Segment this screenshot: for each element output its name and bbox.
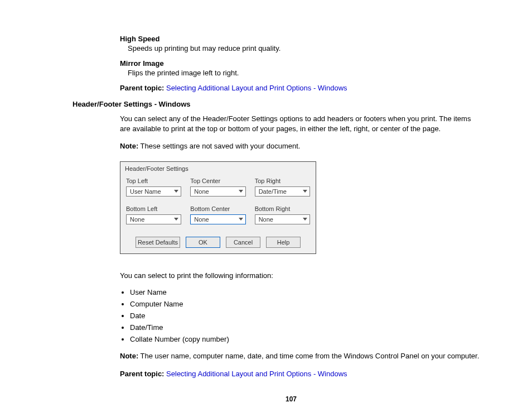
list-item: Collate Number (copy number) — [130, 335, 510, 343]
parent-topic-link-1[interactable]: Selecting Additional Layout and Print Op… — [166, 84, 347, 92]
section-intro-para: You can select any of the Header/Footer … — [120, 114, 482, 133]
select-bottom-right[interactable]: None — [255, 214, 310, 224]
label-top-center: Top Center — [190, 178, 245, 184]
chevron-down-icon — [303, 189, 307, 194]
header-footer-dialog: Header/Footer Settings Top Left Top Cent… — [120, 161, 316, 254]
cancel-button[interactable]: Cancel — [226, 237, 260, 248]
chevron-down-icon — [239, 189, 243, 194]
label-bottom-center: Bottom Center — [190, 205, 245, 212]
select-top-left-value: User Name — [130, 188, 161, 195]
select-top-center[interactable]: None — [190, 186, 245, 197]
list-item: Date/Time — [130, 323, 510, 332]
select-bottom-right-value: None — [259, 216, 273, 223]
page-number: 107 — [72, 395, 510, 403]
note-text-1: These settings are not saved with your d… — [138, 142, 300, 150]
select-bottom-left-value: None — [130, 216, 144, 223]
section-heading: Header/Footer Settings - Windows — [72, 100, 510, 108]
chevron-down-icon — [174, 217, 178, 222]
label-bottom-right: Bottom Right — [255, 205, 310, 212]
parent-topic-link-2[interactable]: Selecting Additional Layout and Print Op… — [166, 370, 347, 378]
chevron-down-icon — [303, 217, 307, 222]
note-label-1: Note: — [120, 142, 138, 150]
select-top-left[interactable]: User Name — [126, 186, 181, 197]
label-top-left: Top Left — [126, 178, 181, 184]
info-list: User Name Computer Name Date Date/Time C… — [120, 288, 510, 343]
chevron-down-icon — [239, 217, 243, 222]
list-item: Date — [130, 312, 510, 320]
select-bottom-center[interactable]: None — [190, 214, 245, 224]
note-label-2: Note: — [120, 352, 138, 360]
list-item: User Name — [130, 288, 510, 296]
list-item: Computer Name — [130, 300, 510, 308]
parent-topic-label-2: Parent topic: — [120, 370, 164, 378]
select-top-right[interactable]: Date/Time — [255, 186, 310, 197]
select-top-center-value: None — [194, 188, 209, 195]
term-high-speed: High Speed — [120, 35, 510, 43]
note-text-2: The user name, computer name, date, and … — [138, 352, 479, 360]
dialog-title: Header/Footer Settings — [120, 162, 316, 178]
select-intro-text: You can select to print the following in… — [120, 271, 482, 281]
parent-topic-label-1: Parent topic: — [120, 84, 164, 92]
reset-defaults-button[interactable]: Reset Defaults — [136, 237, 180, 248]
term-mirror-image: Mirror Image — [120, 59, 510, 68]
label-top-right: Top Right — [255, 178, 310, 184]
def-mirror-image: Flips the printed image left to right. — [128, 69, 510, 77]
def-high-speed: Speeds up printing but may reduce print … — [128, 44, 510, 52]
select-bottom-center-value: None — [194, 216, 209, 223]
select-top-right-value: Date/Time — [259, 188, 287, 195]
ok-button[interactable]: OK — [186, 237, 220, 248]
label-bottom-left: Bottom Left — [126, 205, 181, 212]
chevron-down-icon — [174, 189, 178, 194]
help-button[interactable]: Help — [266, 237, 301, 248]
select-bottom-left[interactable]: None — [126, 214, 181, 224]
